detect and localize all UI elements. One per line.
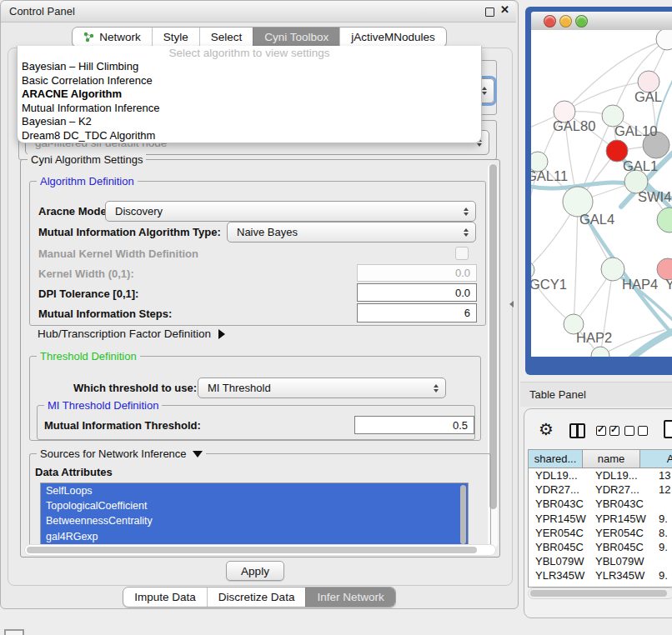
minimized-panel-icon[interactable] bbox=[4, 629, 24, 635]
table-cell[interactable]: YLR345W bbox=[589, 568, 652, 582]
tab-network[interactable]: Network bbox=[73, 28, 152, 47]
select-all-checkboxes-icon[interactable] bbox=[596, 426, 619, 436]
table-row[interactable]: YLR345WYLR345W9. bbox=[529, 568, 672, 582]
table-cell[interactable]: 13 bbox=[652, 468, 672, 482]
network-edge[interactable] bbox=[631, 328, 672, 357]
network-edge[interactable] bbox=[574, 202, 578, 324]
zoom-traffic-light-icon[interactable] bbox=[575, 15, 588, 28]
table-cell[interactable]: YBL079W bbox=[529, 554, 589, 568]
attributes-scrollbar-thumb[interactable] bbox=[460, 485, 466, 544]
tab-select[interactable]: Select bbox=[199, 28, 253, 47]
column-browser-icon[interactable] bbox=[569, 423, 585, 438]
column-header[interactable]: name bbox=[583, 450, 640, 468]
close-traffic-light-icon[interactable] bbox=[544, 15, 556, 28]
table-cell[interactable]: YBR043C bbox=[529, 497, 589, 511]
tab-cyni-toolbox[interactable]: Cyni Toolbox bbox=[253, 28, 339, 47]
table-cell[interactable]: YPR145W bbox=[529, 512, 589, 526]
network-view-window: GALGAL80GAL10GAL1GAL11SWI4GAL4GCY1HAP4YH… bbox=[525, 7, 672, 375]
table-cell[interactable] bbox=[652, 497, 672, 511]
aracne-mode-label: Aracne Mode: bbox=[38, 205, 110, 218]
which-threshold-value: MI Threshold bbox=[208, 382, 271, 394]
tab-infer-network[interactable]: Infer Network bbox=[305, 588, 394, 607]
data-attributes-list[interactable]: SelfLoopsTopologicalCoefficientBetweenne… bbox=[40, 482, 469, 548]
table-row[interactable]: YDL19...YDL19...13 bbox=[529, 468, 672, 482]
column-header[interactable]: A bbox=[640, 450, 672, 468]
mi-steps-field[interactable]: 6 bbox=[357, 303, 477, 322]
table-hscrollbar-thumb[interactable] bbox=[530, 590, 667, 597]
table-cell[interactable]: 9. bbox=[652, 568, 672, 582]
settings-hscrollbar-track[interactable] bbox=[24, 544, 496, 556]
splitter-collapse-icon[interactable] bbox=[509, 301, 514, 308]
algorithm-option[interactable]: Mutual Information Inference bbox=[18, 102, 481, 116]
hub-definition-expander[interactable]: Hub/Transcription Factor Definition bbox=[38, 328, 225, 340]
network-graph[interactable]: GALGAL80GAL10GAL1GAL11SWI4GAL4GCY1HAP4YH… bbox=[531, 30, 672, 357]
algorithm-option[interactable]: Bayesian – K2 bbox=[18, 115, 481, 129]
sources-groupbox: Sources for Network Inference Data Attri… bbox=[29, 453, 491, 549]
table-cell[interactable]: YDR27... bbox=[529, 482, 589, 497]
table-row[interactable]: YBL079WYBL079W bbox=[529, 554, 672, 568]
new-table-icon[interactable] bbox=[664, 420, 672, 438]
manual-kernel-width-label: Manual Kernel Width Definition bbox=[38, 248, 198, 260]
mi-threshold-title: MI Threshold Definition bbox=[44, 399, 162, 412]
tab-style[interactable]: Style bbox=[152, 28, 199, 47]
dpi-tolerance-field[interactable]: 0.0 bbox=[357, 283, 477, 302]
network-tab-icon bbox=[83, 32, 94, 42]
algorithm-option[interactable]: Dream8 DC_TDC Algorithm bbox=[18, 129, 481, 143]
table-cell[interactable]: 12 bbox=[652, 482, 672, 497]
table-row[interactable]: YBR043CYBR043C bbox=[529, 497, 672, 511]
data-attribute-item[interactable]: gal4RGexp bbox=[41, 529, 468, 544]
application-window: Control Panel ✕ Network Style bbox=[0, 0, 672, 635]
gear-icon[interactable]: ⚙ bbox=[539, 421, 554, 438]
network-window-titlebar[interactable] bbox=[531, 12, 672, 31]
deselect-all-checkboxes-icon[interactable] bbox=[624, 426, 648, 436]
mi-algorithm-type-combobox[interactable]: Naive Bayes bbox=[227, 222, 476, 242]
network-node[interactable] bbox=[657, 208, 672, 232]
network-node-label: GAL1 bbox=[623, 158, 658, 173]
table-cell[interactable]: YPR145W bbox=[589, 512, 652, 526]
table-cell[interactable] bbox=[652, 554, 672, 568]
attribute-table[interactable]: shared...nameA YDL19...YDL19...13YDR27..… bbox=[528, 449, 672, 588]
float-window-icon[interactable] bbox=[485, 8, 494, 17]
aracne-mode-combobox[interactable]: Discovery bbox=[105, 201, 476, 222]
table-cell[interactable]: YDR27... bbox=[589, 482, 652, 497]
table-cell[interactable]: YBR045C bbox=[529, 540, 589, 554]
table-cell[interactable]: YBR043C bbox=[589, 497, 652, 511]
table-cell[interactable]: YBR045C bbox=[589, 540, 652, 554]
settings-hscrollbar-thumb[interactable] bbox=[27, 547, 477, 553]
table-cell[interactable]: YBL079W bbox=[589, 554, 652, 568]
network-node[interactable] bbox=[601, 258, 624, 281]
tab-discretize-data[interactable]: Discretize Data bbox=[207, 588, 306, 607]
network-canvas[interactable]: GALGAL80GAL10GAL1GAL11SWI4GAL4GCY1HAP4YH… bbox=[531, 30, 672, 357]
apply-button[interactable]: Apply bbox=[226, 561, 284, 581]
minimize-traffic-light-icon[interactable] bbox=[559, 15, 572, 28]
table-cell[interactable]: 9. bbox=[652, 540, 672, 554]
mi-threshold-field[interactable]: 0.5 bbox=[354, 416, 474, 434]
tab-jactivemnodules[interactable]: jActiveMNodules bbox=[339, 28, 446, 47]
which-threshold-combobox[interactable]: MI Threshold bbox=[198, 378, 446, 398]
table-row[interactable]: YER054CYER054C8. bbox=[529, 526, 672, 540]
combo-arrows-icon bbox=[464, 208, 469, 216]
algorithm-option[interactable]: ARACNE Algorithm bbox=[18, 88, 481, 102]
table-cell[interactable]: YER054C bbox=[589, 526, 652, 540]
table-row[interactable]: YDR27...YDR27...12 bbox=[529, 482, 672, 497]
algorithm-option[interactable]: Basic Correlation Inference bbox=[18, 74, 481, 88]
table-hscrollbar-track[interactable] bbox=[528, 588, 672, 599]
close-icon[interactable]: ✕ bbox=[500, 3, 509, 16]
table-cell[interactable]: YDL19... bbox=[529, 468, 589, 482]
table-cell[interactable]: YDL19... bbox=[589, 468, 652, 482]
table-row[interactable]: YPR145WYPR145W9. bbox=[529, 512, 672, 526]
table-row[interactable]: YBR045CYBR045C9. bbox=[529, 540, 672, 554]
network-node[interactable] bbox=[656, 30, 672, 50]
table-cell[interactable]: 9. bbox=[652, 512, 672, 526]
column-header[interactable]: shared... bbox=[529, 450, 583, 468]
tab-impute-data[interactable]: Impute Data bbox=[123, 588, 207, 607]
sources-title[interactable]: Sources for Network Inference bbox=[37, 448, 206, 460]
algorithm-dropdown-popup: Select algorithm to view settings Bayesi… bbox=[17, 46, 482, 143]
table-cell[interactable]: YER054C bbox=[529, 526, 589, 540]
data-attribute-item[interactable]: TopologicalCoefficient bbox=[41, 498, 468, 513]
table-cell[interactable]: YLR345W bbox=[529, 568, 589, 582]
table-cell[interactable]: 8. bbox=[652, 526, 672, 540]
data-attribute-item[interactable]: SelfLoops bbox=[41, 483, 468, 498]
algorithm-option[interactable]: Bayesian – Hill Climbing bbox=[18, 60, 481, 74]
data-attribute-item[interactable]: BetweennessCentrality bbox=[41, 513, 468, 528]
